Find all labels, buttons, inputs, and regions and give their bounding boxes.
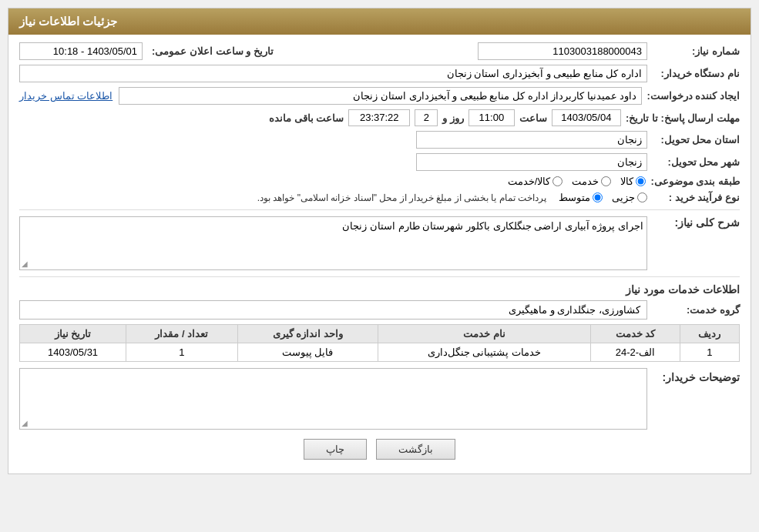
- description-box: اجرای پروژه آبیاری اراضی جنگلکاری باکلور…: [19, 216, 647, 270]
- department-label: نام دستگاه خریدار:: [647, 68, 740, 79]
- deadline-time-label: ساعت: [519, 112, 547, 124]
- deadline-days-label: روز و: [442, 112, 464, 124]
- col-header-qty: تعداد / مقدار: [126, 325, 237, 343]
- print-button[interactable]: چاپ: [304, 439, 367, 460]
- deadline-date: 1403/05/04: [552, 109, 621, 126]
- row-buyer-desc: توضیحات خریدار: ◢: [19, 368, 740, 430]
- province-label: استان محل تحویل:: [647, 134, 740, 146]
- category-kala-khedmat-label: کالا/خدمت: [508, 176, 551, 187]
- table-cell-date: 1403/05/31: [20, 343, 126, 362]
- row-purchase-type: نوع فرآیند خرید : جزیی متوسط پرداخت تمام…: [19, 192, 740, 203]
- row-city: شهر محل تحویل: زنجان: [19, 153, 740, 171]
- row-department: نام دستگاه خریدار: اداره کل منابع طبیعی …: [19, 65, 740, 82]
- buyer-desc-box: ◢: [19, 368, 647, 430]
- card-body: شماره نیاز: 1103003188000043 تاریخ و ساع…: [8, 35, 751, 473]
- category-option-khedmat: خدمت: [572, 176, 611, 187]
- divider-1: [19, 209, 740, 210]
- table-cell-unit: فایل پیوست: [237, 343, 378, 362]
- divider-2: [19, 276, 740, 277]
- need-number-value: 1103003188000043: [478, 42, 647, 60]
- row-requester: ایجاد کننده درخواست: داود عمیدنیا کاربرد…: [19, 87, 740, 105]
- card-title: جزئیات اطلاعات نیاز: [19, 15, 117, 28]
- service-group-label: گروه خدمت:: [647, 304, 740, 316]
- city-label: شهر محل تحویل:: [647, 156, 740, 168]
- row-need-number: شماره نیاز: 1103003188000043 تاریخ و ساع…: [19, 42, 740, 60]
- table-cell-row: 1: [680, 343, 739, 362]
- resize-handle: ◢: [22, 259, 28, 268]
- purchase-radio-jozii[interactable]: [637, 192, 647, 202]
- services-table: ردیف کد خدمت نام خدمت واحد اندازه گیری ت…: [19, 324, 740, 362]
- row-description: شرح کلی نیاز: اجرای پروژه آبیاری اراضی ج…: [19, 216, 740, 270]
- col-header-code: کد خدمت: [591, 325, 680, 343]
- category-option-kala: کالا: [620, 176, 646, 187]
- table-cell-quantity: 1: [126, 343, 237, 362]
- table-header-row: ردیف کد خدمت نام خدمت واحد اندازه گیری ت…: [20, 325, 740, 343]
- category-radio-kala-khedmat[interactable]: [552, 176, 563, 186]
- card-header: جزئیات اطلاعات نیاز: [8, 8, 751, 35]
- department-value: اداره کل منابع طبیعی و آبخیزداری استان ز…: [19, 65, 647, 82]
- category-option-kala-khedmat: کالا/خدمت: [508, 176, 563, 187]
- deadline-label: مهلت ارسال پاسخ: تا تاریخ:: [621, 112, 740, 124]
- purchase-option-motavasset: متوسط: [559, 192, 603, 203]
- deadline-fields: 1403/05/04 ساعت 11:00 روز و 2 23:37:22 س…: [19, 109, 621, 126]
- table-cell-name: خدمات پشتیبانی جنگل‌داری: [378, 343, 590, 362]
- row-service-group: گروه خدمت: کشاورزی، جنگلداری و ماهیگیری: [19, 300, 740, 320]
- category-radio-khedmat[interactable]: [601, 176, 611, 186]
- contact-link[interactable]: اطلاعات تماس خریدار: [19, 90, 113, 102]
- back-button[interactable]: بازگشت: [376, 439, 455, 460]
- deadline-remaining: 23:37:22: [348, 109, 410, 126]
- province-value: زنجان: [416, 131, 647, 149]
- announce-date-value: 1403/05/01 - 10:18: [19, 42, 143, 60]
- table-row: 1الف-2-24خدمات پشتیبانی جنگل‌داریفایل پی…: [20, 343, 740, 362]
- purchase-jozii-label: جزیی: [612, 192, 635, 203]
- row-category: طبقه بندی موضوعی: کالا خدمت کالا/خدمت: [19, 176, 740, 187]
- description-label: شرح کلی نیاز:: [647, 216, 740, 229]
- deadline-days: 2: [415, 109, 438, 126]
- category-khedmat-label: خدمت: [572, 176, 599, 187]
- col-header-unit: واحد اندازه گیری: [237, 325, 378, 343]
- page-container: جزئیات اطلاعات نیاز شماره نیاز: 11030031…: [0, 0, 759, 532]
- services-section-title: اطلاعات خدمات مورد نیاز: [19, 283, 740, 296]
- col-header-name: نام خدمت: [378, 325, 590, 343]
- deadline-remaining-label: ساعت باقی مانده: [269, 112, 344, 124]
- service-group-value: کشاورزی، جنگلداری و ماهیگیری: [19, 300, 647, 320]
- row-province: استان محل تحویل: زنجان: [19, 131, 740, 149]
- announce-date-label: تاریخ و ساعت اعلان عمومی:: [147, 45, 274, 57]
- purchase-notice: پرداخت تمام یا بخشی از مبلغ خریدار از مح…: [257, 192, 546, 203]
- btn-row: بازگشت چاپ: [19, 439, 740, 460]
- category-radio-kala[interactable]: [636, 176, 646, 186]
- main-card: جزئیات اطلاعات نیاز شماره نیاز: 11030031…: [8, 8, 751, 474]
- purchase-radio-motavasset[interactable]: [593, 192, 603, 202]
- purchase-radio-group: جزیی متوسط: [559, 192, 647, 203]
- col-header-row: ردیف: [680, 325, 739, 343]
- purchase-type-label: نوع فرآیند خرید :: [647, 192, 740, 203]
- row-deadline: مهلت ارسال پاسخ: تا تاریخ: 1403/05/04 سا…: [19, 109, 740, 126]
- category-label: طبقه بندی موضوعی:: [646, 176, 740, 187]
- requester-label: ایجاد کننده درخواست:: [642, 90, 740, 102]
- purchase-motavasset-label: متوسط: [559, 192, 590, 203]
- description-value: اجرای پروژه آبیاری اراضی جنگلکاری باکلور…: [342, 220, 643, 232]
- buyer-desc-resize: ◢: [22, 419, 28, 427]
- category-radio-group: کالا خدمت کالا/خدمت: [508, 176, 646, 187]
- need-number-label: شماره نیاز:: [647, 45, 740, 57]
- buyer-desc-label: توضیحات خریدار:: [647, 368, 740, 383]
- services-tbody: 1الف-2-24خدمات پشتیبانی جنگل‌داریفایل پی…: [20, 343, 740, 362]
- deadline-time: 11:00: [468, 109, 515, 126]
- purchase-option-jozii: جزیی: [612, 192, 647, 203]
- category-kala-label: کالا: [620, 176, 633, 187]
- table-cell-code: الف-2-24: [591, 343, 680, 362]
- col-header-date: تاریخ نیاز: [20, 325, 126, 343]
- requester-value: داود عمیدنیا کاربرداز اداره کل منابع طبی…: [119, 87, 642, 105]
- city-value: زنجان: [416, 153, 647, 171]
